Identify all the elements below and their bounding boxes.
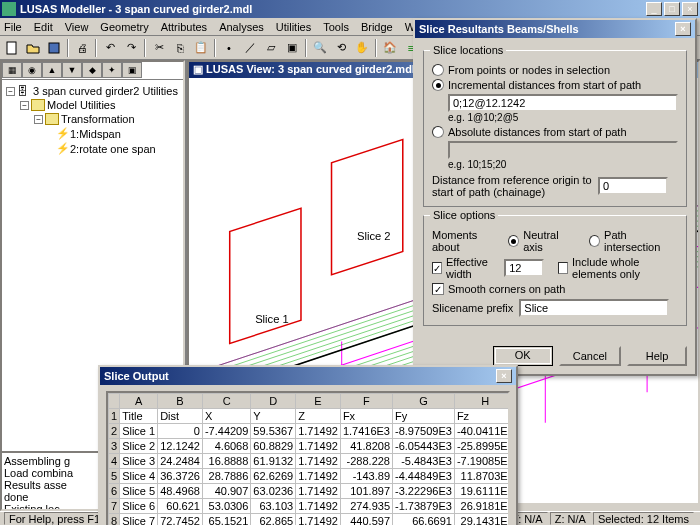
tree-tab-5[interactable]: ◆ — [82, 62, 102, 78]
svg-rect-4 — [332, 140, 403, 275]
check-effective-width[interactable] — [432, 262, 442, 274]
pan-icon[interactable]: ✋ — [352, 38, 372, 58]
msg-line: done — [4, 491, 96, 503]
table-row[interactable]: 7Slice 660.62153.030663.1031.71492274.93… — [109, 499, 511, 514]
home-icon[interactable]: 🏠 — [380, 38, 400, 58]
rotate-icon[interactable]: ⟲ — [331, 38, 351, 58]
ok-button[interactable]: OK — [493, 346, 553, 366]
dialog-close-button[interactable]: × — [496, 369, 512, 383]
radio-from-points[interactable] — [432, 64, 444, 76]
cancel-button[interactable]: Cancel — [559, 346, 621, 366]
app-icon — [2, 2, 16, 16]
col-header[interactable] — [109, 394, 120, 409]
tree-transformation[interactable]: −Transformation — [6, 112, 179, 126]
menu-file[interactable]: File — [4, 21, 22, 33]
radio-absolute[interactable] — [432, 126, 444, 138]
tree-tab-7[interactable]: ▣ — [122, 62, 142, 78]
redo-icon[interactable]: ↷ — [121, 38, 141, 58]
open-icon[interactable] — [23, 38, 43, 58]
undo-icon[interactable]: ↶ — [100, 38, 120, 58]
radio-incremental[interactable] — [432, 79, 444, 91]
dialog-titlebar[interactable]: Slice Resultants Beams/Shells × — [415, 20, 695, 38]
col-header[interactable]: A — [120, 394, 158, 409]
header-cell[interactable]: Fy — [393, 409, 455, 424]
radio-path-intersection[interactable] — [589, 235, 600, 247]
incremental-input[interactable] — [448, 94, 678, 112]
tree-tab-6[interactable]: ✦ — [102, 62, 122, 78]
table-row[interactable]: 3Slice 212.12424.606860.88291.7149241.82… — [109, 439, 511, 454]
help-button[interactable]: Help — [627, 346, 687, 366]
table-row[interactable]: 6Slice 548.496840.90763.02361.71492101.8… — [109, 484, 511, 499]
header-cell[interactable]: Z — [296, 409, 341, 424]
header-cell[interactable]: X — [202, 409, 250, 424]
menu-geometry[interactable]: Geometry — [100, 21, 148, 33]
chainage-input[interactable] — [598, 177, 668, 195]
col-header[interactable]: G — [393, 394, 455, 409]
header-cell[interactable]: Title — [120, 409, 158, 424]
menu-view[interactable]: View — [65, 21, 89, 33]
copy-icon[interactable]: ⎘ — [170, 38, 190, 58]
dialog-close-button[interactable]: × — [675, 22, 691, 36]
maximize-button[interactable]: □ — [664, 2, 680, 16]
col-header[interactable]: B — [158, 394, 203, 409]
col-header[interactable]: C — [202, 394, 250, 409]
absolute-input — [448, 141, 678, 159]
surface-icon[interactable]: ▱ — [261, 38, 281, 58]
line-icon[interactable]: ／ — [240, 38, 260, 58]
zoom-icon[interactable]: 🔍 — [310, 38, 330, 58]
database-icon: 🗄 — [17, 85, 31, 97]
status-coord: Z: N/A — [550, 512, 591, 525]
folder-icon — [31, 99, 45, 111]
print-icon[interactable]: 🖨 — [72, 38, 92, 58]
header-cell[interactable]: Y — [251, 409, 296, 424]
paste-icon[interactable]: 📋 — [191, 38, 211, 58]
table-row[interactable]: 4Slice 324.248416.888861.91321.71492-288… — [109, 454, 511, 469]
tree-t2[interactable]: ⚡2:rotate one span — [6, 141, 179, 156]
menu-bridge[interactable]: Bridge — [361, 21, 393, 33]
tree-tab-4[interactable]: ▼ — [62, 62, 82, 78]
table-row[interactable]: 5Slice 436.372628.788662.62691.71492-143… — [109, 469, 511, 484]
menu-attributes[interactable]: Attributes — [161, 21, 207, 33]
col-header[interactable]: H — [454, 394, 510, 409]
save-icon[interactable] — [44, 38, 64, 58]
menu-analyses[interactable]: Analyses — [219, 21, 264, 33]
lusas-icon: ▣ — [193, 63, 203, 75]
svg-rect-2 — [49, 43, 59, 53]
tree-root[interactable]: −🗄3 span curved girder2 Utilities — [6, 84, 179, 98]
tree-tab-1[interactable]: ▦ — [2, 62, 22, 78]
point-icon[interactable]: • — [219, 38, 239, 58]
header-cell[interactable]: Fx — [340, 409, 392, 424]
table-row[interactable]: 8Slice 772.745265.152162.8651.71492440.5… — [109, 514, 511, 526]
svg-rect-0 — [2, 2, 16, 16]
header-cell[interactable]: Dist — [158, 409, 203, 424]
radio-neutral-axis[interactable] — [508, 235, 519, 247]
message-panel: Assembling g Load combina Results asse d… — [0, 451, 100, 511]
tree-t1[interactable]: ⚡1:Midspan — [6, 126, 179, 141]
tree-model-utils[interactable]: −Model Utilities — [6, 98, 179, 112]
menu-utilities[interactable]: Utilities — [276, 21, 311, 33]
new-icon[interactable] — [2, 38, 22, 58]
menu-tools[interactable]: Tools — [323, 21, 349, 33]
cut-icon[interactable]: ✂ — [149, 38, 169, 58]
folder-icon — [45, 113, 59, 125]
tree-tab-2[interactable]: ◉ — [22, 62, 42, 78]
close-button[interactable]: × — [682, 2, 698, 16]
header-cell[interactable]: Fz — [454, 409, 510, 424]
msg-line: Existing loc — [4, 503, 96, 511]
app-titlebar: LUSAS Modeller - 3 span curved girder2.m… — [0, 0, 700, 18]
check-smooth-corners[interactable] — [432, 283, 444, 295]
slicename-prefix-input[interactable] — [519, 299, 669, 317]
check-whole-elements[interactable] — [558, 262, 568, 274]
minimize-button[interactable]: _ — [646, 2, 662, 16]
header-cell[interactable]: 1 — [109, 409, 120, 424]
col-header[interactable]: D — [251, 394, 296, 409]
menu-edit[interactable]: Edit — [34, 21, 53, 33]
effective-width-input[interactable] — [504, 259, 544, 277]
dialog-titlebar[interactable]: Slice Output × — [100, 367, 516, 385]
table-row[interactable]: 2Slice 10-7.4420959.53671.714921.7416E3-… — [109, 424, 511, 439]
tree-tab-3[interactable]: ▲ — [42, 62, 62, 78]
col-header[interactable]: E — [296, 394, 341, 409]
volume-icon[interactable]: ▣ — [282, 38, 302, 58]
col-header[interactable]: F — [340, 394, 392, 409]
output-grid[interactable]: ABCDEFGHIJK1TitleDistXYZFxFyFzMxMyMz2Sli… — [106, 391, 510, 525]
